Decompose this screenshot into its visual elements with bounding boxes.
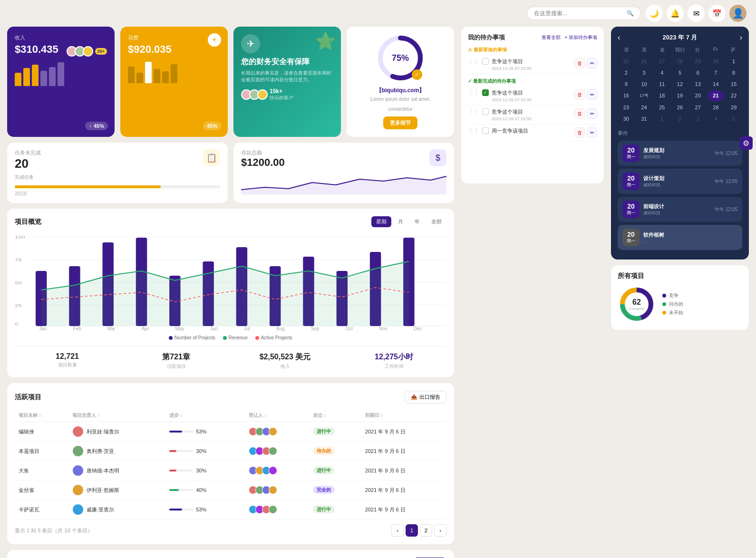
todo-edit-2[interactable]: ✏	[587, 89, 597, 100]
cal-day-12[interactable]: 12	[671, 79, 688, 89]
todo-delete-3[interactable]: 🗑	[574, 108, 585, 119]
cal-day-31[interactable]: 31	[636, 114, 653, 124]
cal-day-22[interactable]: 22	[725, 90, 742, 101]
cal-day-25b[interactable]: 25	[653, 102, 670, 113]
todo-item-3: ⋮⋮ 竞争这个项目 2023-12-26 07:15:00 🗑 ✏	[468, 106, 597, 125]
cal-day-3[interactable]: 3	[636, 67, 653, 78]
export-btn[interactable]: 📤 出口报告	[405, 391, 446, 404]
mail-btn[interactable]: ✉	[688, 5, 705, 22]
cal-day-27b[interactable]: 27	[689, 102, 707, 113]
cal-day-1[interactable]: 1	[725, 56, 742, 67]
todo-check-1[interactable]	[482, 58, 489, 65]
cal-day-28[interactable]: 28	[671, 56, 688, 67]
cal-day-16[interactable]: 16	[618, 90, 635, 101]
cal-day-23[interactable]: 23	[618, 102, 635, 113]
cell-assignees	[245, 422, 309, 442]
calendar-btn[interactable]: 📅	[708, 5, 726, 22]
page-2-btn[interactable]: 2	[420, 524, 432, 537]
period-all[interactable]: 全部	[426, 216, 446, 227]
period-year[interactable]: 年	[410, 216, 425, 227]
prev-page-btn[interactable]: ‹	[391, 524, 404, 537]
stat-active: 第721章 活跃项目	[124, 352, 229, 370]
cal-day-21-today[interactable]: 21	[708, 90, 725, 101]
drag-handle-1[interactable]: ⋮⋮	[468, 58, 479, 65]
cal-day-18[interactable]: 18	[653, 90, 670, 101]
todo-delete-2[interactable]: 🗑	[574, 89, 585, 100]
notifications-btn[interactable]: 🔔	[667, 5, 684, 22]
cal-next-btn[interactable]: ›	[740, 33, 742, 42]
cal-day-6[interactable]: 6	[689, 67, 707, 78]
cal-day-next-5[interactable]: 5	[725, 114, 742, 124]
cal-day-29b[interactable]: 29	[725, 102, 742, 113]
all-proj-header: 所有项目	[618, 272, 742, 280]
user-avatar[interactable]: 👤	[729, 5, 746, 22]
cal-day-28b[interactable]: 28	[708, 102, 725, 113]
todo-edit-3[interactable]: ✏	[587, 108, 597, 119]
cal-day-29[interactable]: 29	[689, 56, 707, 67]
cal-day-14[interactable]: 14	[708, 79, 725, 89]
cal-day-24[interactable]: 24	[636, 102, 653, 113]
stat-revenue-label: 收入	[233, 363, 338, 370]
table-header-row: 项目名称 ↕ 项目负责人 ↕ 进步 ↕ 受让人 ↕ 龙位 ↕ 到期日 ↕	[15, 409, 446, 422]
stat-active-value: 第721章	[124, 352, 229, 362]
col-assignee: 受让人 ↕	[245, 409, 309, 422]
circle-check-icon: ✓	[412, 69, 422, 80]
page-1-btn[interactable]: 1	[406, 524, 418, 537]
drag-handle-2[interactable]: ⋮⋮	[468, 89, 479, 96]
expense-card: 花费 $920.035 + 45%	[120, 27, 228, 137]
cal-day-26[interactable]: 26	[636, 56, 653, 67]
period-month[interactable]: 月	[393, 216, 408, 227]
savings-chart	[241, 171, 446, 194]
cal-day-27[interactable]: 27	[653, 56, 670, 67]
view-all-todo-link[interactable]: 查看全部	[542, 34, 561, 41]
cal-day-15[interactable]: 15	[725, 79, 742, 89]
cal-day-next-4[interactable]: 4	[708, 114, 725, 124]
cal-day-8[interactable]: 8	[725, 67, 742, 78]
details-btn[interactable]: 更多细节	[383, 116, 417, 129]
cal-day-25[interactable]: 25	[618, 56, 635, 67]
search-box[interactable]: 🔍	[527, 7, 641, 20]
todo-edit-1[interactable]: ✏	[587, 58, 597, 68]
ebar-2	[136, 73, 143, 83]
todo-edit-4[interactable]: ✏	[587, 127, 597, 138]
todo-check-4[interactable]	[482, 127, 489, 134]
cal-day-7[interactable]: 7	[708, 67, 725, 78]
todo-check-3[interactable]	[482, 108, 489, 115]
cal-day-26b[interactable]: 26	[671, 102, 688, 113]
cal-day-19[interactable]: 19	[671, 90, 688, 101]
table-header: 活跃项目 📤 出口报告	[15, 391, 446, 404]
cal-day-20[interactable]: 20	[689, 90, 707, 101]
period-week[interactable]: 星期	[371, 216, 391, 227]
next-page-btn[interactable]: ›	[434, 524, 446, 537]
event-time-3: 中午 12:05	[715, 206, 737, 213]
search-input[interactable]	[534, 10, 623, 17]
cal-day-17[interactable]: 17号	[636, 90, 653, 101]
savings-icon: $	[429, 149, 446, 166]
cal-day-11[interactable]: 11	[653, 79, 670, 89]
cal-day-next-2[interactable]: 2	[671, 114, 688, 124]
active-projects-title: 活跃项目	[15, 393, 41, 402]
add-todo-link[interactable]: + 添加待办事项	[564, 34, 597, 41]
cal-prev-btn[interactable]: ‹	[618, 33, 620, 42]
cal-day-10[interactable]: 10	[636, 79, 653, 89]
add-expense-btn[interactable]: +	[208, 33, 221, 47]
dark-mode-toggle[interactable]: 🌙	[646, 5, 663, 22]
cal-day-30[interactable]: 30	[708, 56, 725, 67]
svg-text:100: 100	[15, 235, 25, 240]
cal-day-30b[interactable]: 30	[618, 114, 635, 124]
table-row: 大鱼 唐纳德·本杰明 30% 进行中 2021 年 9 月 6 日	[15, 461, 446, 481]
todo-delete-4[interactable]: 🗑	[574, 127, 585, 138]
cal-day-next-3[interactable]: 3	[689, 114, 707, 124]
task-progress-bar	[15, 185, 220, 188]
todo-delete-1[interactable]: 🗑	[574, 58, 585, 68]
cal-day-5[interactable]: 5	[671, 67, 688, 78]
drag-handle-4[interactable]: ⋮⋮	[468, 127, 479, 134]
cal-day-4[interactable]: 4	[653, 67, 670, 78]
todo-check-2[interactable]: ✓	[482, 89, 489, 96]
cal-day-next-1[interactable]: 1	[653, 114, 670, 124]
cal-day-9[interactable]: 9	[618, 79, 635, 89]
gear-btn[interactable]: ⚙	[739, 136, 753, 150]
cal-day-13[interactable]: 13	[689, 79, 707, 89]
cal-day-2[interactable]: 2	[618, 67, 635, 78]
drag-handle-3[interactable]: ⋮⋮	[468, 108, 479, 115]
